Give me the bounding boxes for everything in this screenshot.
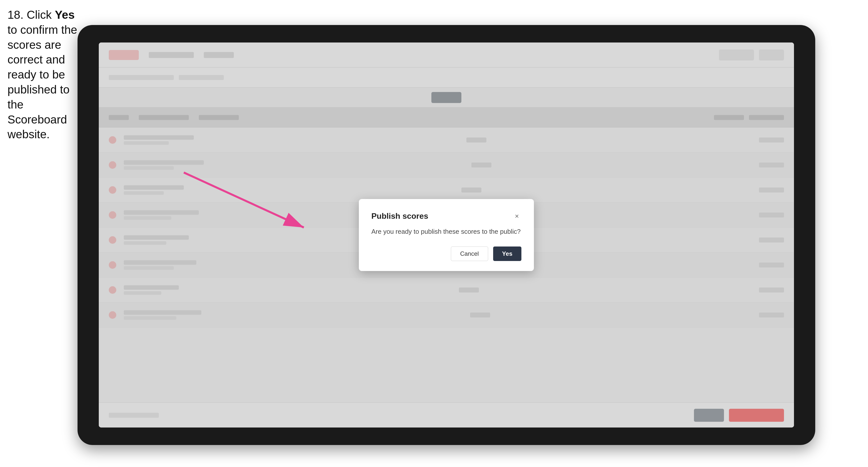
yes-emphasis: Yes [55,8,74,21]
tablet-screen: Publish scores × Are you ready to publis… [99,42,794,428]
yes-button[interactable]: Yes [493,247,521,261]
cancel-button[interactable]: Cancel [451,247,488,261]
modal-close-button[interactable]: × [513,212,521,221]
publish-scores-modal: Publish scores × Are you ready to publis… [359,199,534,271]
instruction-text: 18. Click Yes to confirm the scores are … [7,7,78,142]
modal-footer: Cancel Yes [371,247,521,261]
tablet-device: Publish scores × Are you ready to publis… [78,25,815,445]
instruction-part1: Click [24,8,55,21]
modal-body-text: Are you ready to publish these scores to… [371,227,521,237]
step-number: 18. [7,8,24,21]
instruction-part2: to confirm the scores are correct and re… [7,23,77,141]
modal-title: Publish scores [371,212,428,221]
modal-header: Publish scores × [371,212,521,221]
